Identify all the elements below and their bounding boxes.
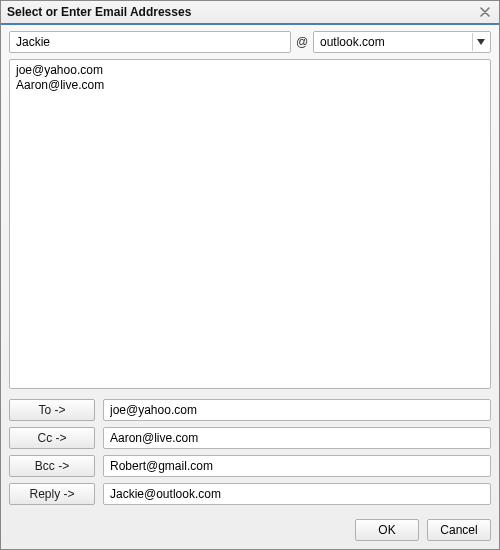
dialog-window: Select or Enter Email Addresses @ outloo… xyxy=(0,0,500,550)
titlebar: Select or Enter Email Addresses xyxy=(1,1,499,25)
address-listbox[interactable]: joe@yahoo.com Aaron@live.com xyxy=(9,59,491,389)
name-input[interactable] xyxy=(9,31,291,53)
address-entry-row: @ outlook.com xyxy=(9,31,491,53)
cc-button[interactable]: Cc -> xyxy=(9,427,95,449)
bcc-button[interactable]: Bcc -> xyxy=(9,455,95,477)
domain-select-value: outlook.com xyxy=(320,35,385,49)
dialog-title: Select or Enter Email Addresses xyxy=(7,5,191,19)
reply-button[interactable]: Reply -> xyxy=(9,483,95,505)
dialog-footer: OK Cancel xyxy=(9,515,491,541)
reply-row: Reply -> xyxy=(9,483,491,505)
list-item[interactable]: Aaron@live.com xyxy=(16,78,484,93)
bcc-row: Bcc -> xyxy=(9,455,491,477)
to-row: To -> xyxy=(9,399,491,421)
at-symbol: @ xyxy=(291,31,313,53)
bcc-field[interactable] xyxy=(103,455,491,477)
to-field[interactable] xyxy=(103,399,491,421)
cancel-button[interactable]: Cancel xyxy=(427,519,491,541)
to-button[interactable]: To -> xyxy=(9,399,95,421)
reply-field[interactable] xyxy=(103,483,491,505)
chevron-down-icon xyxy=(472,33,488,51)
recipient-fields: To -> Cc -> Bcc -> Reply -> xyxy=(9,399,491,505)
cc-row: Cc -> xyxy=(9,427,491,449)
list-item[interactable]: joe@yahoo.com xyxy=(16,63,484,78)
cc-field[interactable] xyxy=(103,427,491,449)
ok-button[interactable]: OK xyxy=(355,519,419,541)
domain-select[interactable]: outlook.com xyxy=(313,31,491,53)
dialog-content: @ outlook.com joe@yahoo.com Aaron@live.c… xyxy=(1,25,499,549)
close-icon[interactable] xyxy=(477,4,493,20)
